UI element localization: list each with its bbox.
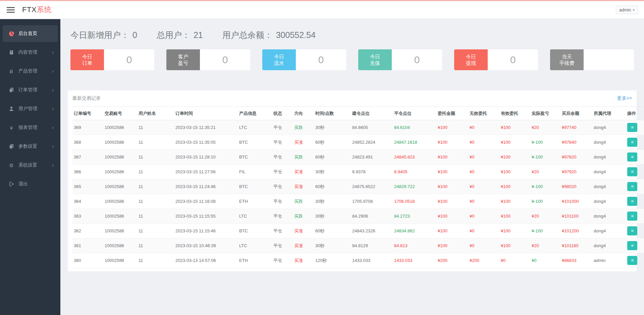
table-cell: ¥101180 [560, 238, 592, 253]
summary-total-balance-value: 300552.54 [276, 30, 316, 40]
table-cell: 1433.033 [351, 253, 393, 268]
sidebar-item-9[interactable]: 退出 [3, 176, 58, 192]
table-cell: 24823.491 [351, 150, 393, 165]
summary-total-balance: 用户总余额： 300552.54 [222, 30, 316, 41]
more-link[interactable]: 更多>> [617, 95, 632, 101]
table-cell: ¥20 [530, 120, 560, 135]
stat-card-label: 今日提现 [454, 49, 488, 70]
table-cell: 10002586 [103, 135, 137, 150]
table-cell: 84.2906 [351, 209, 393, 224]
row-action-button[interactable]: ≡ [627, 123, 637, 132]
gear-icon: ⚙ [8, 163, 15, 168]
table-cell: ¥101000 [560, 194, 592, 209]
sidebar-item-1[interactable]: 后台首页 [3, 25, 58, 42]
trades-table: 订单编号交易账号用户姓名订单时间产品信息状态方向时间/点数建仓点位平仓点位委托金… [72, 106, 644, 268]
table-cell: ¥20 [530, 165, 560, 179]
sidebar-item-5[interactable]: 用户管理› [3, 100, 58, 117]
row-action-button[interactable]: ≡ [627, 138, 637, 147]
table-cell: dong4 [592, 194, 626, 209]
table-cell-actions: ≡ [626, 179, 644, 194]
table-cell: 11 [137, 150, 174, 165]
table-cell: ¥97820 [560, 150, 592, 165]
table-cell: ¥101100 [560, 209, 592, 224]
chevron-right-icon: › [52, 106, 54, 111]
table-cell: 买涨 [293, 165, 314, 179]
table-cell: 60秒 [314, 135, 351, 150]
table-cell: ¥-100 [530, 135, 560, 150]
yen-icon: ¥ [8, 125, 15, 130]
column-header: 产品信息 [238, 107, 272, 120]
table-cell: ¥100 [436, 150, 468, 165]
sidebar-item-7[interactable]: 参数设置› [3, 138, 58, 155]
table-cell: dong4 [592, 150, 626, 165]
list-icon: ≡ [631, 154, 634, 160]
table-cell: 11 [137, 165, 174, 179]
stat-card-4: 今日充值0 [358, 49, 442, 70]
sidebar-item-2[interactable]: 内容管理› [3, 44, 58, 61]
table-cell: 360 [72, 253, 103, 268]
row-action-button[interactable]: ≡ [627, 167, 637, 176]
stat-card-value: 0 [296, 49, 346, 70]
table-cell: 369 [72, 120, 103, 135]
table-cell: 2023-03-15 10:46:39 [174, 238, 238, 253]
sidebar-item-label: 内容管理 [18, 49, 52, 55]
sidebar-item-label: 参数设置 [18, 143, 52, 149]
table-row: 36010002599112023-03-13 14:57:06ETH平仓买涨1… [72, 253, 644, 268]
summary-new-users-value: 0 [132, 30, 137, 40]
sidebar-item-6[interactable]: ¥报表管理› [3, 119, 58, 136]
row-action-button[interactable]: ≡ [627, 226, 637, 235]
row-action-button[interactable]: ≡ [627, 182, 637, 191]
table-cell: ¥0 [468, 194, 499, 209]
sidebar-item-3[interactable]: Ƀ产品管理› [3, 63, 58, 80]
row-action-button[interactable]: ≡ [627, 152, 637, 162]
row-action-button[interactable]: ≡ [627, 241, 637, 250]
row-action-button[interactable]: ≡ [627, 197, 637, 206]
table-cell: 11 [137, 238, 174, 253]
logout-icon [8, 181, 15, 187]
sidebar-item-4[interactable]: 订单管理› [3, 82, 58, 98]
table-cell: ¥100 [499, 194, 530, 209]
table-cell: BTC [238, 135, 272, 150]
column-header: 时间/点数 [314, 107, 351, 120]
table-cell: 10002586 [103, 194, 137, 209]
main-content: 今日新增用户： 0 总用户： 21 用户总余额： 300552.54 今日订单0… [60, 30, 644, 271]
column-header: 建仓点位 [351, 107, 393, 120]
hamburger-menu-icon[interactable] [7, 7, 15, 13]
user-menu-label: admin [619, 7, 631, 12]
list-icon: ≡ [631, 125, 634, 130]
table-cell: 361 [72, 238, 103, 253]
column-header: 订单编号 [72, 107, 103, 120]
table-cell: 买跌 [293, 120, 314, 135]
user-menu[interactable]: admin ▾ [616, 6, 638, 14]
table-cell: ¥100 [436, 179, 468, 194]
table-cell: 30秒 [314, 120, 351, 135]
table-cell: 30秒 [314, 165, 351, 179]
list-icon: ≡ [631, 228, 634, 233]
column-header: 交易账号 [103, 107, 137, 120]
table-cell: 买涨 [293, 179, 314, 194]
app-logo: FTX系统 [22, 5, 52, 15]
table-cell: dong4 [592, 179, 626, 194]
table-cell: 24843.2326 [351, 224, 393, 238]
table-cell: LTC [238, 120, 272, 135]
table-cell: ¥100 [436, 238, 468, 253]
table-cell: 11 [137, 135, 174, 150]
table-cell: 11 [137, 253, 174, 268]
row-action-button[interactable]: ≡ [627, 212, 637, 221]
row-action-button[interactable]: ≡ [627, 256, 637, 265]
table-cell: 10002599 [103, 253, 137, 268]
table-cell: 2023-03-15 11:28:10 [174, 150, 238, 165]
table-cell: 10002586 [103, 120, 137, 135]
sidebar-item-8[interactable]: ⚙系统设置› [3, 157, 58, 174]
table-cell: 6.9405 [393, 165, 436, 179]
stat-card-value: 0 [488, 49, 538, 70]
table-cell: 2023-03-15 11:35:05 [174, 135, 238, 150]
table-cell: LTC [238, 238, 272, 253]
table-cell: ¥-100 [530, 194, 560, 209]
table-cell: 买涨 [293, 224, 314, 238]
column-header: 所属代理 [592, 107, 626, 120]
table-cell: dong4 [592, 209, 626, 224]
table-cell: FIL [238, 165, 272, 179]
column-header: 用户姓名 [137, 107, 174, 120]
table-cell: ¥0 [468, 238, 499, 253]
